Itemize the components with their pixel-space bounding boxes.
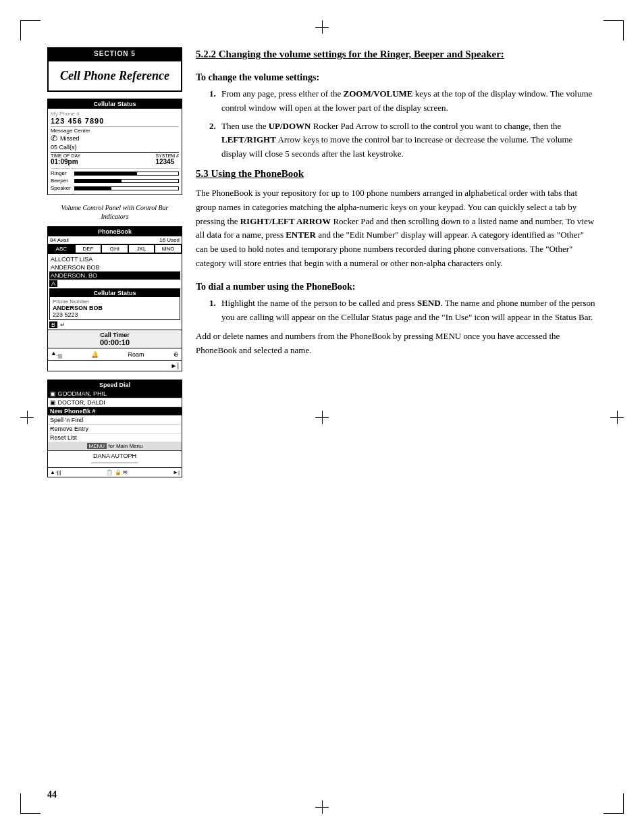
section-53-steps: 1. Highlight the name of the person to b…: [209, 296, 597, 325]
phonebook-avail: 84 Avail: [50, 237, 69, 243]
sd-icon-1: ▣: [50, 390, 56, 397]
sd-menu-footer: MENU for Main Menu: [48, 442, 182, 450]
phonebook-screen: PhoneBook 84 Avail 16 Used ABC DEF GHI J…: [47, 226, 182, 371]
signal-icon: ▲·|||: [51, 350, 62, 359]
sd-menu-remove[interactable]: Remove Entry: [48, 425, 182, 434]
bell-status-icon: 🔔: [91, 351, 99, 358]
prefix-row: A: [49, 280, 180, 287]
popup-name: ANDERSON BOB: [53, 305, 177, 311]
phonebook-tabs: ABC DEF GHI JKL MNO: [48, 244, 182, 254]
beeper-bar: [74, 179, 179, 183]
phone-number: 123 456 7890: [51, 117, 179, 125]
roam-icon: ⊕: [173, 351, 179, 358]
cellular-status-body: My Phone # 123 456 7890 Message Center ✆…: [48, 109, 182, 194]
tab-mno[interactable]: MNO: [155, 244, 182, 253]
signal-bars-icon: ▲·|||: [50, 469, 61, 475]
call-timer-row: Call Timer 00:00:10: [48, 330, 182, 348]
sd-dana-row: DANA AUTOPH ──────────────: [48, 450, 182, 467]
step-522-1: 1. From any page, press either of the ZO…: [209, 87, 597, 115]
speaker-bar: [74, 186, 179, 190]
sd-menu-spell[interactable]: Spell 'n Find: [48, 416, 182, 425]
section-53-subheading2: To dial a number using the PhoneBook:: [196, 282, 597, 292]
section-53-heading: 5.3 Using the PhoneBook: [196, 167, 597, 181]
speed-dial-status-bar: ▲·||| 📋 🔒 ✉ ►|: [48, 467, 182, 477]
step-num-2: 2.: [209, 120, 216, 134]
section-title: Cell Phone Reference: [59, 68, 171, 84]
cellular-status-header: Cellular Status: [48, 99, 182, 109]
popup-header: Cellular Status: [50, 289, 180, 297]
ringer-bar: [74, 172, 179, 176]
sd-icon-2: ▣: [50, 399, 56, 406]
roam-label: Roam: [128, 351, 144, 358]
section-522-heading: 5.2.2 Changing the volume settings for t…: [196, 47, 597, 61]
speaker-bar-fill: [75, 187, 111, 190]
page-number: 44: [47, 789, 57, 800]
time-section: TIME OF DAY 01:09pm: [51, 153, 80, 165]
phone-label: My Phone #: [51, 111, 179, 117]
calls-text: 05 Call(s): [51, 144, 179, 151]
popup-number: 223 5223: [53, 311, 177, 318]
tab-ghi[interactable]: GHI: [101, 244, 128, 253]
call-timer-value: 00:00:10: [100, 338, 130, 346]
phonebook-used: 16 Used: [159, 237, 180, 243]
tab-def[interactable]: DEF: [75, 244, 102, 253]
section-53-body2: Add or delete names and numbers from the…: [196, 330, 597, 358]
time-system-row: TIME OF DAY 01:09pm SYSTEM # 12345: [51, 152, 179, 165]
section-522-steps: 1. From any page, press either of the ZO…: [209, 87, 597, 161]
phonebook-bottom-nav: ►|: [48, 360, 182, 371]
left-column: SECTION 5 Cell Phone Reference Cellular …: [47, 47, 182, 486]
section-522-subheading: To change the volume settings:: [196, 72, 597, 83]
section-53-body1: The PhoneBook is your repository for up …: [196, 186, 597, 271]
right-column: 5.2.2 Changing the volume settings for t…: [196, 47, 597, 486]
bell-icon-small: ✆: [51, 134, 57, 143]
entry-allcott: ALLCOTT LISA: [49, 255, 180, 263]
speed-dial-screen: Speed Dial ▣ GOODMAN, PHIL ▣ DOCTOR, DAL…: [47, 380, 182, 477]
missed-row: ✆ Missed: [51, 134, 179, 143]
phonebook-popup: Cellular Status Phone Number ANDERSON BO…: [49, 288, 180, 320]
section-title-box: Cell Phone Reference: [47, 60, 182, 92]
step-53-1: 1. Highlight the name of the person to b…: [209, 296, 597, 325]
speed-dial-entry-1: ▣ GOODMAN, PHIL: [48, 390, 182, 398]
phonebook-header: PhoneBook: [48, 227, 182, 236]
missed-label: Missed: [60, 135, 80, 142]
prefix-b: B: [49, 321, 57, 328]
sd-nav-icon: ►|: [173, 469, 180, 475]
sd-status-icons: 📋 🔒 ✉: [106, 469, 127, 475]
entry-anderson-bob: ANDERSON BOB: [49, 263, 180, 271]
phonebook-body: ALLCOTT LISA ANDERSON BOB ANDERSON, BO A…: [48, 254, 182, 330]
volume-screen-label: Volume Control Panel with Control Bar In…: [47, 203, 182, 221]
speaker-row: Speaker: [51, 185, 179, 191]
popup-phone-label: Phone Number: [53, 298, 177, 305]
tab-abc[interactable]: ABC: [48, 244, 75, 253]
cellular-status-screen: Cellular Status My Phone # 123 456 7890 …: [47, 99, 182, 195]
beeper-label: Beeper: [51, 178, 74, 184]
time-value: 01:09pm: [51, 158, 80, 165]
ringer-row: Ringer: [51, 170, 179, 176]
sd-menu-new[interactable]: New PhoneBk #: [48, 407, 182, 416]
volume-section: Ringer Beeper Speaker: [51, 168, 179, 191]
beeper-row: Beeper: [51, 178, 179, 184]
step-53-num-1: 1.: [209, 296, 216, 311]
message-center-label: Message Center: [51, 126, 179, 134]
arrow-icon: ↵: [60, 321, 65, 328]
ringer-label: Ringer: [51, 170, 74, 176]
beeper-bar-fill: [75, 180, 122, 182]
system-label: SYSTEM #: [155, 153, 179, 158]
sd-menu-reset[interactable]: Reset List: [48, 434, 182, 442]
system-section: SYSTEM # 12345: [155, 153, 179, 165]
tab-jkl[interactable]: JKL: [128, 244, 155, 253]
prefix-b-row: B ↵: [49, 321, 180, 328]
phonebook-avail-row: 84 Avail 16 Used: [48, 236, 182, 244]
popup-body: Phone Number ANDERSON BOB 223 5223: [50, 297, 180, 319]
time-label: TIME OF DAY: [51, 153, 80, 158]
nav-forward-icon[interactable]: ►|: [171, 362, 180, 369]
status-icons-row: ▲·||| 🔔 Roam ⊕: [48, 348, 182, 360]
ringer-bar-fill: [75, 172, 137, 175]
prefix-a: A: [49, 280, 57, 287]
speed-dial-entry-2: ▣ DOCTOR, DALDI: [48, 398, 182, 407]
system-value: 12345: [155, 158, 179, 165]
speaker-label: Speaker: [51, 185, 74, 191]
entry-anderson-bo-selected: ANDERSON, BO: [49, 271, 180, 280]
speed-dial-header: Speed Dial: [48, 380, 182, 390]
step-num-1: 1.: [209, 87, 216, 101]
